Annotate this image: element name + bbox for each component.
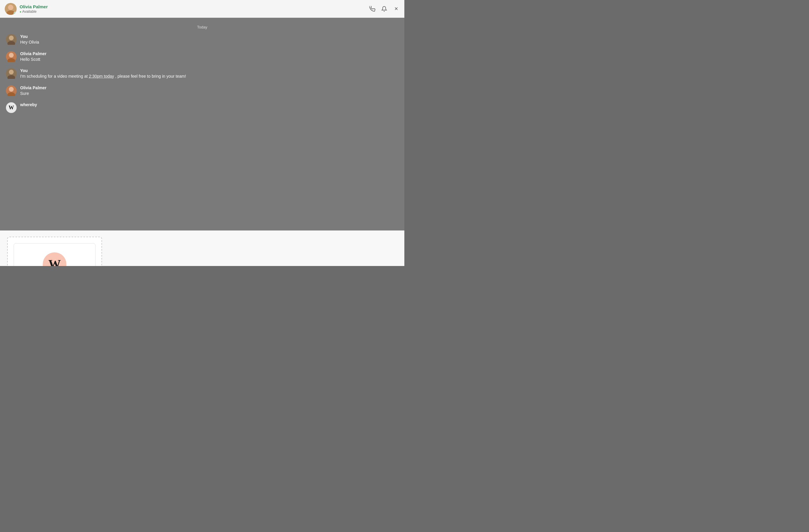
time-highlight: 2:30pm today <box>89 74 114 78</box>
svg-point-10 <box>9 70 14 74</box>
contact-name: Olivia Palmer <box>20 4 48 10</box>
message-text: Hey Olivia <box>20 39 398 46</box>
whereby-logo: W <box>43 252 66 266</box>
whereby-card-inner: W Join whereby Catch up with Olivia's te… <box>14 243 96 266</box>
message-text: Sure <box>20 91 398 97</box>
contact-avatar <box>5 3 17 15</box>
avatar <box>6 34 17 45</box>
message-sender: Olivia Palmer <box>20 85 398 90</box>
svg-point-13 <box>9 87 14 92</box>
message-content: whereby <box>20 102 398 108</box>
message-content: You Hey Olivia <box>20 34 398 46</box>
message-sender: Olivia Palmer <box>20 51 398 56</box>
message-group: Olivia Palmer Hello Scott <box>6 51 398 63</box>
message-group: Olivia Palmer Sure <box>6 85 398 97</box>
avatar <box>6 51 17 62</box>
message-sender: You <box>20 34 398 39</box>
header-actions: ✕ <box>369 5 400 13</box>
message-group: W whereby <box>6 102 398 113</box>
message-content: Olivia Palmer Hello Scott <box>20 51 398 63</box>
bell-icon[interactable] <box>381 5 388 13</box>
svg-point-4 <box>9 36 14 40</box>
message-group: You I'm scheduling for a video meeting a… <box>6 68 398 79</box>
message-text: I'm scheduling for a video meeting at 2:… <box>20 73 398 79</box>
close-icon[interactable]: ✕ <box>393 5 400 13</box>
whereby-logo-letter: W <box>48 257 61 266</box>
chat-messages-area: Today You Hey Olivia Olivia Palmer Hello <box>0 18 404 230</box>
date-divider: Today <box>6 25 398 29</box>
message-content: You I'm scheduling for a video meeting a… <box>20 68 398 79</box>
status-text: Available <box>22 10 36 14</box>
message-sender: whereby <box>20 102 398 107</box>
contact-details: Olivia Palmer ● Available <box>20 4 48 14</box>
contact-info: Olivia Palmer ● Available <box>5 3 48 15</box>
message-group: You Hey Olivia <box>6 34 398 46</box>
svg-point-1 <box>8 5 13 10</box>
chat-header: Olivia Palmer ● Available ✕ <box>0 0 404 18</box>
whereby-card: W Join whereby Catch up with Olivia's te… <box>7 237 102 266</box>
call-icon[interactable] <box>369 5 376 13</box>
message-content: Olivia Palmer Sure <box>20 85 398 97</box>
card-container: W Join whereby Catch up with Olivia's te… <box>0 230 404 266</box>
message-sender: You <box>20 68 398 73</box>
svg-point-7 <box>9 53 14 57</box>
avatar <box>6 68 17 79</box>
message-text: Hello Scott <box>20 57 398 63</box>
status-dot <box>14 12 17 15</box>
avatar: W <box>6 102 17 113</box>
contact-status: ● Available <box>20 10 48 14</box>
avatar <box>6 85 17 96</box>
